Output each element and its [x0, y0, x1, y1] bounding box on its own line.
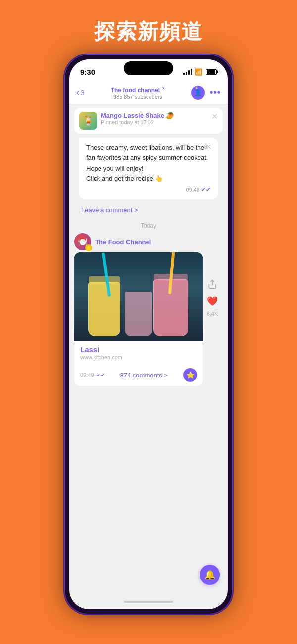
dropdown-icon[interactable]: ˅ — [162, 87, 165, 94]
battery-icon — [206, 69, 217, 75]
back-button[interactable]: ‹ 3 — [76, 87, 85, 98]
date-divider: Today — [69, 222, 228, 229]
glass-mid — [125, 292, 152, 336]
post-content: Lassi www.kitchen.com — [74, 341, 203, 366]
message-text: These creamy, sweet libations, will be t… — [86, 143, 211, 162]
back-count: 3 — [81, 89, 85, 97]
author-avatar: 🍽️ ⭐ — [74, 233, 91, 250]
status-time: 9:30 — [80, 68, 95, 76]
post-card: Lassi www.kitchen.com 09:48 ✔✔ 874 comme… — [74, 252, 203, 386]
pinned-card: 🍹 Mango Lassie Shake 🥭 Pinned today at 1… — [74, 108, 223, 134]
post-link[interactable]: Lassi — [80, 345, 99, 354]
leave-comment-button[interactable]: Leave a comment > — [74, 203, 223, 218]
post-domain: www.kitchen.com — [80, 354, 197, 360]
post-author-row: 🍽️ ⭐ The Food Channel — [74, 233, 223, 250]
dynamic-island — [124, 61, 173, 75]
channel-name: The food channel ˅ — [111, 85, 165, 94]
pinned-content: Mango Lassie Shake 🥭 Pinned today at 17:… — [101, 112, 218, 127]
message-text-2: Hope you will enjoy!Click and get the re… — [86, 164, 211, 183]
post-footer: 09:48 ✔✔ 874 comments > ⭐ — [74, 366, 203, 386]
message-time: 09:48 ✔✔ — [86, 185, 211, 194]
post-author-name: The Food Channel — [95, 238, 151, 246]
channel-post: 🍽️ ⭐ The Food Channel — [74, 233, 223, 386]
page-title: 探索新頻道 — [0, 0, 297, 46]
post-image — [74, 252, 203, 341]
side-actions: ❤️ 6.4K — [205, 277, 220, 317]
chevron-left-icon: ‹ — [76, 87, 79, 98]
view-count: 5.8K — [199, 143, 211, 151]
phone-screen: 9:30 📶 ‹ 3 The — [69, 59, 228, 609]
like-count: 6.4K — [207, 311, 218, 317]
add-member-button[interactable]: 👤 — [191, 86, 205, 100]
signal-icon — [183, 69, 192, 75]
post-read-check-icon: ✔✔ — [96, 372, 105, 378]
message-bubble: 5.8K These creamy, sweet libations, will… — [79, 138, 218, 199]
post-time: 09:48 — [80, 372, 94, 378]
bottom-bar — [69, 594, 228, 609]
like-button[interactable]: ❤️ — [205, 294, 220, 309]
comments-link[interactable]: 874 comments > — [120, 372, 168, 379]
chat-content: 🍹 Mango Lassie Shake 🥭 Pinned today at 1… — [69, 104, 228, 605]
wifi-icon: 📶 — [195, 68, 202, 76]
pinned-avatar: 🍹 — [79, 112, 97, 130]
share-button[interactable] — [205, 277, 220, 292]
notification-bell-button[interactable]: 🔔 — [200, 565, 220, 585]
star-button[interactable]: ⭐ — [183, 368, 197, 382]
pinned-title: Mango Lassie Shake 🥭 — [101, 112, 174, 119]
header-actions: 👤 ••• — [191, 86, 221, 100]
channel-subscribers: 985 857 subscribers — [111, 94, 165, 100]
more-button[interactable]: ••• — [210, 87, 221, 98]
channel-title-area: The food channel ˅ 985 857 subscribers — [111, 85, 165, 100]
home-indicator — [124, 601, 173, 603]
phone-frame: 9:30 📶 ‹ 3 The — [64, 54, 233, 614]
pinned-close-button[interactable]: ✕ — [211, 112, 218, 121]
pinned-meta: Pinned today at 17:02 — [101, 119, 218, 125]
status-icons: 📶 — [183, 68, 217, 76]
channel-header: ‹ 3 The food channel ˅ 985 857 subscribe… — [69, 81, 228, 104]
read-check-icon: ✔✔ — [201, 185, 211, 194]
author-star-badge: ⭐ — [85, 244, 92, 251]
glass-left — [88, 282, 120, 336]
